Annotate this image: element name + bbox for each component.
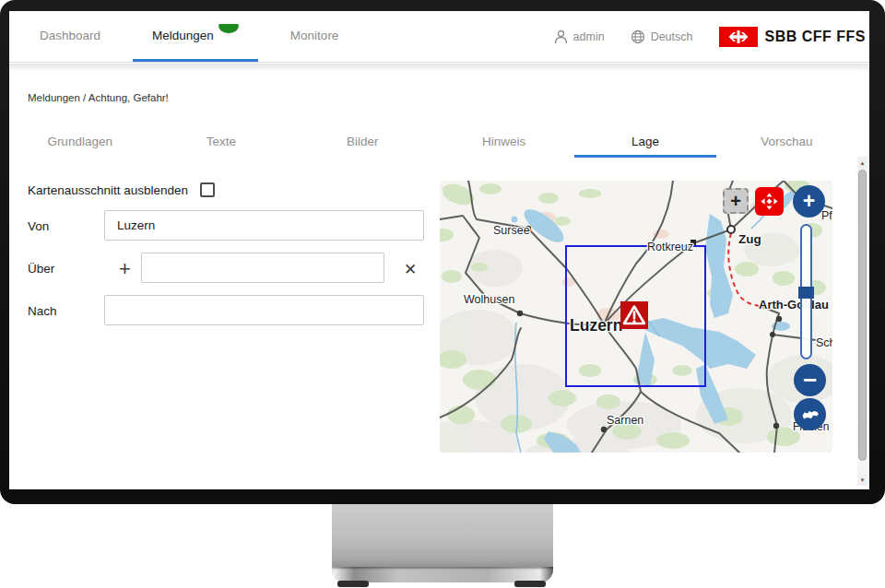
scrollbar-thumb[interactable] [858, 170, 867, 461]
clear-via-icon[interactable]: ✕ [404, 262, 417, 277]
hide-map-row: Kartenausschnitt ausblenden [28, 182, 215, 197]
map-tiles: Sursee Wolhusen Rotkreuz Zug Pf Arth-Gol… [440, 181, 832, 453]
nav-item-meldungen[interactable]: Meldungen [133, 11, 258, 62]
scroll-down-button[interactable]: ▼ [857, 474, 867, 486]
sbb-logo-icon [719, 27, 758, 47]
move-icon [760, 192, 779, 211]
map-label-luzern: Luzern [570, 316, 622, 335]
scroll-up-icon: ▲ [860, 160, 866, 166]
map-label-rotkreuz: Rotkreuz [647, 241, 693, 253]
nav-label: Meldungen [152, 29, 214, 42]
header-shadow [9, 64, 869, 72]
map-label-zug: Zug [738, 232, 761, 246]
language-menu[interactable]: Deutsch [631, 29, 693, 44]
main-nav: Dashboard Meldungen Monitore [20, 11, 358, 62]
zoom-in-button[interactable]: + [793, 185, 825, 218]
reset-extent-button[interactable] [794, 398, 826, 430]
tab-hinweis[interactable]: Hinweis [433, 129, 574, 158]
app-header: Dashboard Meldungen Monitore admin [9, 11, 869, 63]
ueber-input[interactable] [141, 253, 384, 283]
plus-icon: + [730, 191, 741, 212]
globe-icon [631, 29, 645, 44]
tab-grundlagen[interactable]: Grundlagen [9, 129, 150, 158]
map-label-arth-goldau: Arth-Goldau [759, 298, 829, 312]
nav-item-dashboard[interactable]: Dashboard [20, 11, 120, 62]
person-icon [554, 29, 568, 44]
zoom-out-button[interactable]: − [794, 364, 826, 396]
monitor-foot [337, 581, 369, 587]
nav-label: Monitore [290, 29, 339, 42]
switzerland-icon [801, 408, 820, 421]
map-label-schwyz: Schwy [816, 336, 832, 349]
breadcrumb: Meldungen / Achtung, Gefahr! [28, 92, 169, 103]
move-marker-button[interactable] [755, 187, 784, 216]
add-via-icon[interactable]: + [119, 259, 131, 279]
stage: Dashboard Meldungen Monitore admin [0, 0, 885, 588]
detail-tabs: Grundlagen Texte Bilder Hinweis Lage Vor… [9, 129, 857, 158]
ueber-label: Über [28, 262, 54, 276]
tab-texte[interactable]: Texte [150, 129, 291, 158]
page-scrollbar[interactable]: ▲ ▼ [857, 157, 867, 486]
user-label: admin [573, 30, 605, 43]
map-canvas[interactable]: Sursee Wolhusen Rotkreuz Zug Pf Arth-Gol… [440, 181, 832, 453]
map-label-pf: Pf [821, 209, 832, 222]
sbb-logo: SBB CFF FFS [719, 27, 867, 47]
map-label-wolhusen: Wolhusen [464, 293, 514, 306]
language-label: Deutsch [651, 30, 693, 43]
scroll-down-icon: ▼ [860, 477, 866, 483]
monitor-foot [514, 581, 546, 587]
von-label: Von [28, 219, 49, 233]
nach-input[interactable] [104, 295, 424, 325]
app-window: Dashboard Meldungen Monitore admin [9, 11, 869, 489]
nav-label: Dashboard [40, 29, 100, 42]
user-menu[interactable]: admin [554, 29, 605, 44]
warning-marker-icon[interactable] [620, 301, 648, 329]
zoom-in-icon: + [803, 189, 815, 214]
scroll-up-button[interactable]: ▲ [857, 157, 867, 169]
monitor-stand [332, 504, 553, 569]
zoom-slider-handle[interactable] [798, 287, 814, 299]
tab-bilder[interactable]: Bilder [292, 129, 433, 158]
nav-item-monitore[interactable]: Monitore [271, 11, 359, 62]
tab-lage[interactable]: Lage [574, 129, 715, 158]
header-right: admin Deutsch [554, 11, 869, 62]
tab-vorschau[interactable]: Vorschau [716, 129, 857, 158]
zoom-out-icon: − [803, 366, 817, 394]
hide-map-checkbox[interactable] [200, 182, 215, 197]
draw-extent-button[interactable]: + [723, 188, 749, 214]
hide-map-label: Kartenausschnitt ausblenden [28, 183, 188, 197]
map-label-sursee: Sursee [493, 224, 530, 237]
map-label-sarnen: Sarnen [607, 414, 643, 427]
von-input[interactable] [104, 210, 424, 241]
meldungen-badge-icon [218, 24, 239, 33]
nach-label: Nach [28, 304, 57, 318]
logo-text: SBB CFF FFS [765, 29, 867, 45]
